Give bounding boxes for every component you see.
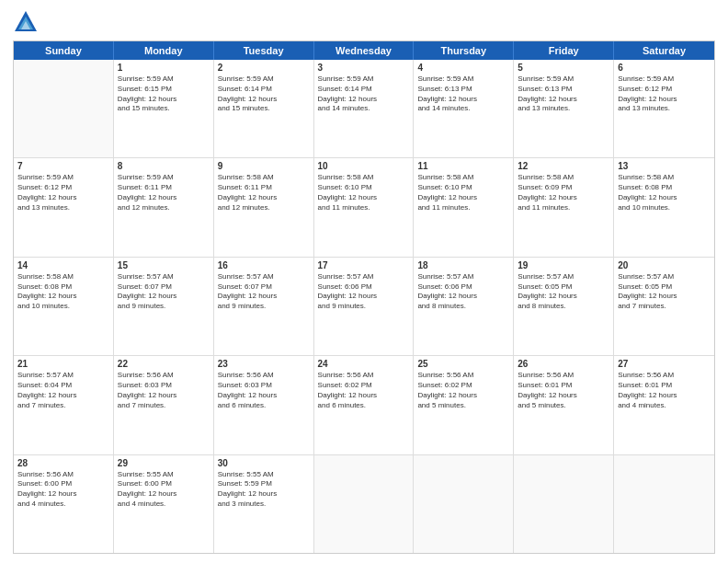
day-info: Sunrise: 5:57 AM Sunset: 6:04 PM Dayligh… — [17, 371, 109, 410]
day-info: Sunrise: 5:59 AM Sunset: 6:14 PM Dayligh… — [318, 75, 410, 114]
cal-cell: 29Sunrise: 5:55 AM Sunset: 6:00 PM Dayli… — [114, 455, 214, 553]
cal-cell — [314, 455, 415, 553]
cal-cell: 24Sunrise: 5:56 AM Sunset: 6:02 PM Dayli… — [314, 356, 415, 454]
header-day-wednesday: Wednesday — [314, 41, 415, 60]
day-number: 10 — [318, 161, 410, 171]
cal-cell: 13Sunrise: 5:58 AM Sunset: 6:08 PM Dayli… — [614, 158, 714, 256]
day-number: 6 — [618, 63, 711, 73]
cal-cell: 25Sunrise: 5:56 AM Sunset: 6:02 PM Dayli… — [414, 356, 514, 454]
day-number: 3 — [318, 63, 410, 73]
day-info: Sunrise: 5:59 AM Sunset: 6:11 PM Dayligh… — [118, 173, 210, 213]
day-number: 5 — [518, 63, 609, 73]
day-info: Sunrise: 5:56 AM Sunset: 6:02 PM Dayligh… — [318, 371, 410, 410]
day-number: 28 — [17, 458, 109, 468]
cal-cell: 12Sunrise: 5:58 AM Sunset: 6:09 PM Dayli… — [514, 158, 614, 256]
day-info: Sunrise: 5:55 AM Sunset: 5:59 PM Dayligh… — [218, 470, 310, 510]
day-number: 8 — [118, 161, 210, 171]
cal-cell: 28Sunrise: 5:56 AM Sunset: 6:00 PM Dayli… — [14, 455, 114, 553]
day-number: 11 — [417, 161, 509, 171]
day-number: 16 — [218, 260, 310, 270]
calendar-body: 1Sunrise: 5:59 AM Sunset: 6:15 PM Daylig… — [14, 60, 714, 553]
day-info: Sunrise: 5:59 AM Sunset: 6:15 PM Dayligh… — [118, 75, 210, 114]
day-info: Sunrise: 5:59 AM Sunset: 6:13 PM Dayligh… — [518, 75, 609, 114]
day-info: Sunrise: 5:59 AM Sunset: 6:13 PM Dayligh… — [417, 75, 509, 114]
cal-cell: 1Sunrise: 5:59 AM Sunset: 6:15 PM Daylig… — [114, 60, 214, 157]
day-info: Sunrise: 5:58 AM Sunset: 6:08 PM Dayligh… — [618, 173, 711, 213]
logo-icon — [13, 9, 39, 35]
cal-cell: 2Sunrise: 5:59 AM Sunset: 6:14 PM Daylig… — [214, 60, 314, 157]
cal-row-3: 21Sunrise: 5:57 AM Sunset: 6:04 PM Dayli… — [14, 356, 714, 454]
cal-cell: 5Sunrise: 5:59 AM Sunset: 6:13 PM Daylig… — [514, 60, 614, 157]
header-day-saturday: Saturday — [614, 41, 714, 60]
day-number: 24 — [318, 359, 410, 369]
header-day-friday: Friday — [514, 41, 614, 60]
cal-cell: 23Sunrise: 5:56 AM Sunset: 6:03 PM Dayli… — [214, 356, 314, 454]
cal-row-0: 1Sunrise: 5:59 AM Sunset: 6:15 PM Daylig… — [14, 60, 714, 158]
day-info: Sunrise: 5:57 AM Sunset: 6:05 PM Dayligh… — [518, 272, 609, 312]
day-number: 20 — [618, 260, 711, 270]
day-info: Sunrise: 5:59 AM Sunset: 6:12 PM Dayligh… — [17, 173, 109, 213]
cal-cell: 16Sunrise: 5:57 AM Sunset: 6:07 PM Dayli… — [214, 258, 314, 355]
cal-cell: 27Sunrise: 5:56 AM Sunset: 6:01 PM Dayli… — [614, 356, 714, 454]
day-info: Sunrise: 5:56 AM Sunset: 6:01 PM Dayligh… — [518, 371, 609, 410]
calendar-header: SundayMondayTuesdayWednesdayThursdayFrid… — [14, 41, 714, 60]
day-info: Sunrise: 5:56 AM Sunset: 6:02 PM Dayligh… — [417, 371, 509, 410]
day-info: Sunrise: 5:59 AM Sunset: 6:12 PM Dayligh… — [618, 75, 711, 114]
day-number: 23 — [218, 359, 310, 369]
cal-cell: 7Sunrise: 5:59 AM Sunset: 6:12 PM Daylig… — [14, 158, 114, 256]
header-day-thursday: Thursday — [414, 41, 514, 60]
day-number: 12 — [518, 161, 609, 171]
cal-cell: 9Sunrise: 5:58 AM Sunset: 6:11 PM Daylig… — [214, 158, 314, 256]
day-info: Sunrise: 5:56 AM Sunset: 6:03 PM Dayligh… — [218, 371, 310, 410]
day-info: Sunrise: 5:58 AM Sunset: 6:10 PM Dayligh… — [417, 173, 509, 213]
day-number: 4 — [417, 63, 509, 73]
day-info: Sunrise: 5:57 AM Sunset: 6:06 PM Dayligh… — [318, 272, 410, 312]
day-info: Sunrise: 5:56 AM Sunset: 6:01 PM Dayligh… — [618, 371, 711, 410]
day-number: 30 — [218, 458, 310, 468]
day-info: Sunrise: 5:57 AM Sunset: 6:06 PM Dayligh… — [417, 272, 509, 312]
cal-cell: 18Sunrise: 5:57 AM Sunset: 6:06 PM Dayli… — [414, 258, 514, 355]
cal-cell: 17Sunrise: 5:57 AM Sunset: 6:06 PM Dayli… — [314, 258, 415, 355]
cal-row-4: 28Sunrise: 5:56 AM Sunset: 6:00 PM Dayli… — [14, 455, 714, 553]
cal-cell: 11Sunrise: 5:58 AM Sunset: 6:10 PM Dayli… — [414, 158, 514, 256]
day-info: Sunrise: 5:59 AM Sunset: 6:14 PM Dayligh… — [218, 75, 310, 114]
day-number: 22 — [118, 359, 210, 369]
day-number: 15 — [118, 260, 210, 270]
day-info: Sunrise: 5:57 AM Sunset: 6:07 PM Dayligh… — [218, 272, 310, 312]
day-number: 2 — [218, 63, 310, 73]
day-number: 1 — [118, 63, 210, 73]
cal-cell — [14, 60, 114, 157]
header-day-tuesday: Tuesday — [214, 41, 314, 60]
day-number: 29 — [118, 458, 210, 468]
cal-cell — [414, 455, 514, 553]
header-day-sunday: Sunday — [14, 41, 114, 60]
cal-cell — [514, 455, 614, 553]
header-day-monday: Monday — [114, 41, 214, 60]
cal-row-2: 14Sunrise: 5:58 AM Sunset: 6:08 PM Dayli… — [14, 258, 714, 356]
calendar: SundayMondayTuesdayWednesdayThursdayFrid… — [13, 40, 715, 554]
day-number: 19 — [518, 260, 609, 270]
day-info: Sunrise: 5:58 AM Sunset: 6:10 PM Dayligh… — [318, 173, 410, 213]
cal-cell: 4Sunrise: 5:59 AM Sunset: 6:13 PM Daylig… — [414, 60, 514, 157]
day-info: Sunrise: 5:56 AM Sunset: 6:03 PM Dayligh… — [118, 371, 210, 410]
cal-cell: 14Sunrise: 5:58 AM Sunset: 6:08 PM Dayli… — [14, 258, 114, 355]
cal-cell: 26Sunrise: 5:56 AM Sunset: 6:01 PM Dayli… — [514, 356, 614, 454]
day-number: 17 — [318, 260, 410, 270]
day-info: Sunrise: 5:55 AM Sunset: 6:00 PM Dayligh… — [118, 470, 210, 510]
cal-cell — [614, 455, 714, 553]
cal-cell: 3Sunrise: 5:59 AM Sunset: 6:14 PM Daylig… — [314, 60, 415, 157]
cal-cell: 20Sunrise: 5:57 AM Sunset: 6:05 PM Dayli… — [614, 258, 714, 355]
day-info: Sunrise: 5:57 AM Sunset: 6:05 PM Dayligh… — [618, 272, 711, 312]
page: SundayMondayTuesdayWednesdayThursdayFrid… — [0, 0, 728, 563]
day-number: 27 — [618, 359, 711, 369]
cal-cell: 30Sunrise: 5:55 AM Sunset: 5:59 PM Dayli… — [214, 455, 314, 553]
day-info: Sunrise: 5:58 AM Sunset: 6:11 PM Dayligh… — [218, 173, 310, 213]
cal-cell: 22Sunrise: 5:56 AM Sunset: 6:03 PM Dayli… — [114, 356, 214, 454]
header — [13, 9, 715, 35]
cal-cell: 8Sunrise: 5:59 AM Sunset: 6:11 PM Daylig… — [114, 158, 214, 256]
cal-cell: 21Sunrise: 5:57 AM Sunset: 6:04 PM Dayli… — [14, 356, 114, 454]
cal-cell: 10Sunrise: 5:58 AM Sunset: 6:10 PM Dayli… — [314, 158, 415, 256]
day-info: Sunrise: 5:58 AM Sunset: 6:09 PM Dayligh… — [518, 173, 609, 213]
day-number: 9 — [218, 161, 310, 171]
day-number: 18 — [417, 260, 509, 270]
